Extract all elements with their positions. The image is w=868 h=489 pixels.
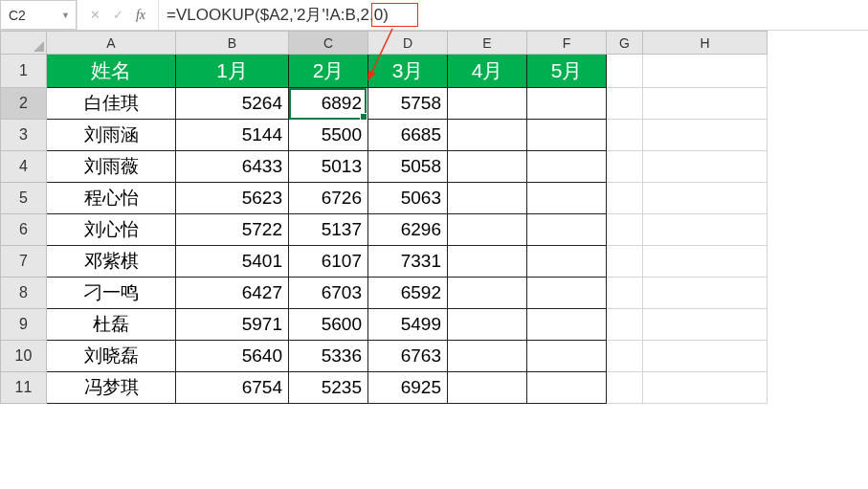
cell[interactable]: 5058: [368, 151, 448, 183]
cell[interactable]: 杜磊: [47, 309, 176, 341]
cell[interactable]: 白佳琪: [47, 88, 176, 120]
cell[interactable]: [448, 309, 527, 341]
cell[interactable]: [607, 309, 643, 341]
cell[interactable]: [527, 278, 607, 309]
cell[interactable]: 5971: [176, 309, 289, 341]
cell[interactable]: [643, 341, 768, 372]
cell[interactable]: 6763: [368, 341, 448, 372]
row-header-6[interactable]: 6: [0, 214, 47, 246]
cell[interactable]: 刘雨薇: [47, 151, 176, 183]
cell[interactable]: [607, 151, 643, 183]
row-header-11[interactable]: 11: [0, 372, 47, 404]
cell[interactable]: 5722: [176, 214, 289, 246]
cell[interactable]: 5月: [527, 55, 607, 88]
cell[interactable]: 6925: [368, 372, 448, 404]
col-header-C[interactable]: C: [289, 31, 368, 55]
cell[interactable]: 5401: [176, 246, 289, 278]
cell[interactable]: [448, 151, 527, 183]
cell[interactable]: [448, 246, 527, 278]
cell[interactable]: 4月: [448, 55, 527, 88]
col-header-E[interactable]: E: [448, 31, 527, 55]
col-header-H[interactable]: H: [643, 31, 768, 55]
row-header-4[interactable]: 4: [0, 151, 47, 183]
cell[interactable]: [607, 278, 643, 309]
cell[interactable]: [448, 120, 527, 151]
cell[interactable]: [448, 278, 527, 309]
cell[interactable]: 刁一鸣: [47, 278, 176, 309]
cell[interactable]: [448, 183, 527, 214]
cell[interactable]: 刘晓磊: [47, 341, 176, 372]
cell[interactable]: 5499: [368, 309, 448, 341]
cell[interactable]: [607, 214, 643, 246]
cell[interactable]: [527, 151, 607, 183]
cell[interactable]: [643, 372, 768, 404]
cell[interactable]: [448, 88, 527, 120]
cell[interactable]: 6296: [368, 214, 448, 246]
cell[interactable]: 6685: [368, 120, 448, 151]
row-header-2[interactable]: 2: [0, 88, 47, 120]
name-box[interactable]: C2 ▼: [0, 0, 77, 30]
select-all-corner[interactable]: [0, 31, 47, 55]
cell[interactable]: 5623: [176, 183, 289, 214]
formula-input[interactable]: =VLOOKUP($A2,'2月'!A:B,2,0): [159, 0, 868, 30]
cell[interactable]: 姓名: [47, 55, 176, 88]
chevron-down-icon[interactable]: ▼: [61, 11, 70, 20]
cell[interactable]: 7331: [368, 246, 448, 278]
cell[interactable]: [527, 372, 607, 404]
cell[interactable]: 6592: [368, 278, 448, 309]
col-header-G[interactable]: G: [607, 31, 643, 55]
cell[interactable]: 2月: [289, 55, 368, 88]
cell[interactable]: [607, 341, 643, 372]
cell[interactable]: [643, 183, 768, 214]
cell[interactable]: 5013: [289, 151, 368, 183]
fx-icon[interactable]: fx: [129, 4, 152, 27]
cell[interactable]: [607, 55, 643, 88]
cell[interactable]: 5264: [176, 88, 289, 120]
cell[interactable]: 6754: [176, 372, 289, 404]
cell[interactable]: [643, 55, 768, 88]
cell[interactable]: 邓紫棋: [47, 246, 176, 278]
row-header-7[interactable]: 7: [0, 246, 47, 278]
cell[interactable]: [527, 214, 607, 246]
cell[interactable]: 1月: [176, 55, 289, 88]
row-header-3[interactable]: 3: [0, 120, 47, 151]
cell[interactable]: [527, 183, 607, 214]
cell[interactable]: 冯梦琪: [47, 372, 176, 404]
cell[interactable]: [527, 88, 607, 120]
cell[interactable]: 3月: [368, 55, 448, 88]
cell[interactable]: [643, 151, 768, 183]
cell[interactable]: [607, 372, 643, 404]
row-header-9[interactable]: 9: [0, 309, 47, 341]
cancel-icon[interactable]: ✕: [83, 4, 106, 27]
cell[interactable]: [448, 341, 527, 372]
cell[interactable]: 6726: [289, 183, 368, 214]
row-header-5[interactable]: 5: [0, 183, 47, 214]
cell[interactable]: [527, 341, 607, 372]
enter-icon[interactable]: ✓: [106, 4, 129, 27]
cell[interactable]: [527, 246, 607, 278]
cell[interactable]: 6107: [289, 246, 368, 278]
cell[interactable]: 6433: [176, 151, 289, 183]
cell[interactable]: [643, 214, 768, 246]
cell[interactable]: [643, 309, 768, 341]
cell[interactable]: 刘心怡: [47, 214, 176, 246]
cell[interactable]: 5640: [176, 341, 289, 372]
cell[interactable]: [448, 372, 527, 404]
cell[interactable]: 5144: [176, 120, 289, 151]
cell[interactable]: 程心怡: [47, 183, 176, 214]
cell[interactable]: 6427: [176, 278, 289, 309]
spreadsheet-grid[interactable]: A B C D E F G H 1 姓名 1月 2月 3月 4月 5月 2 白佳…: [0, 31, 868, 404]
cell[interactable]: 6703: [289, 278, 368, 309]
col-header-F[interactable]: F: [527, 31, 607, 55]
cell[interactable]: [643, 120, 768, 151]
cell[interactable]: [448, 214, 527, 246]
cell[interactable]: [527, 309, 607, 341]
cell[interactable]: 刘雨涵: [47, 120, 176, 151]
cell[interactable]: [607, 120, 643, 151]
col-header-B[interactable]: B: [176, 31, 289, 55]
cell[interactable]: [607, 183, 643, 214]
row-header-8[interactable]: 8: [0, 278, 47, 309]
cell[interactable]: [527, 120, 607, 151]
row-header-10[interactable]: 10: [0, 341, 47, 372]
cell[interactable]: [607, 88, 643, 120]
